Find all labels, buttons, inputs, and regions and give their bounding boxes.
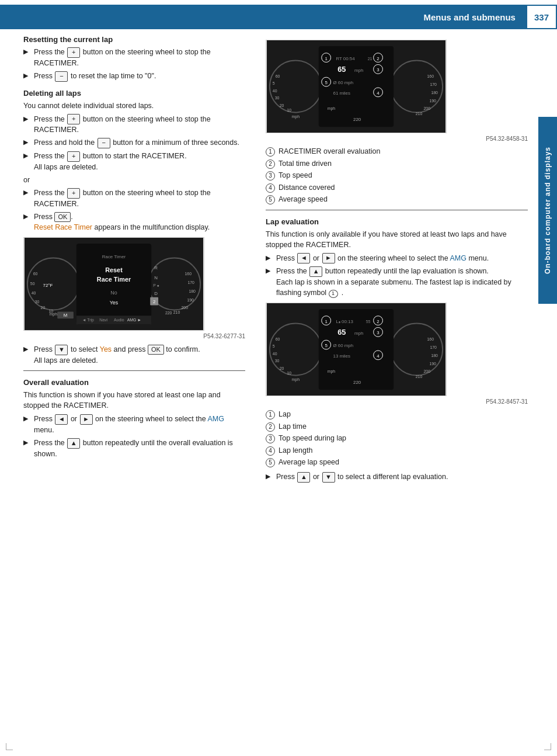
svg-text:1: 1 [325,56,327,61]
svg-text:55: 55 [366,320,371,324]
dashboard-svg-1: mph 72°F 60 50 40 30 20 10 160 170 180 1… [24,238,204,330]
svg-text:Audio: Audio [114,318,124,322]
lap-num-circle-4: 4 [266,446,275,456]
bullet-lap-last: ▶ Press ▲ or ▼ to select a different lap… [266,471,528,483]
num-text-5: Average speed [278,195,328,205]
lap-num-circle-2: 2 [266,422,275,432]
num-text-2: Total time driven [278,159,332,169]
svg-text:mph: mph [328,369,336,374]
deleting-intro: You cannot delete individual stored laps… [23,100,245,111]
svg-text:200: 200 [424,369,431,373]
yes-text: Yes [100,345,112,353]
bullet-arrow-d5: ▶ [23,212,32,221]
bullet-text-lap-2: Press the ▲ button repeatedly until the … [276,266,528,298]
dashboard-image-1: mph 72°F 60 50 40 30 20 10 160 170 180 1… [23,237,204,331]
bullet-overall-1: ▶ Press ◄ or ► on the steering wheel to … [23,414,245,435]
svg-text:4: 4 [377,91,380,96]
plus-btn-3: + [67,151,80,162]
corner-mark-br [544,743,551,750]
svg-text:65: 65 [337,328,346,337]
page-number: 337 [526,5,557,29]
svg-text:40: 40 [273,352,277,356]
svg-text:220: 220 [353,117,361,122]
svg-text:180: 180 [431,91,438,95]
overall-intro: This function is shown if you have store… [23,390,245,411]
svg-text:AMG ►: AMG ► [127,318,142,322]
svg-text:30: 30 [275,359,280,363]
num-circle-5: 5 [266,195,275,204]
svg-text:M: M [64,313,68,318]
svg-text:50: 50 [30,282,35,286]
svg-text:1: 1 [325,319,327,324]
lap-num-circle-3: 3 [266,434,275,443]
svg-text:No: No [110,290,117,296]
side-tab-label: On-board computer and displays [544,147,552,274]
divider-lap [266,210,528,210]
bullet-lap-1: ▶ Press ◄ or ► on the steering wheel to … [266,253,528,264]
svg-text:4: 4 [377,353,380,359]
symbol-1: 1 [329,290,338,298]
num-text-3: Top speed [278,171,312,181]
bullet-text-overall-1: Press ◄ or ► on the steering wheel to se… [34,414,245,435]
bullet-arrow-d2: ▶ [23,138,32,147]
svg-text:5: 5 [325,343,328,348]
svg-text:60: 60 [276,74,280,78]
lap-num-circle-5: 5 [266,458,275,467]
svg-text:72°F: 72°F [43,283,53,288]
svg-text:D: D [154,291,158,296]
svg-text:20: 20 [41,306,46,310]
svg-text:mph: mph [292,378,300,383]
bullet-text-lap-1: Press ◄ or ► on the steering wheel to se… [276,253,528,264]
num-text-1: RACETIMER overall evaluation [278,147,380,157]
bullet-text-lap-last: Press ▲ or ▼ to select a different lap e… [276,471,528,483]
img-caption-3: P54.32-8457-31 [266,398,528,405]
bullet-text-delete-3: Press the + button to start the RACETIME… [34,151,245,172]
bullet-text-delete-4: Press the + button on the steering wheel… [34,188,245,209]
bullet-lap-2: ▶ Press the ▲ button repeatedly until th… [266,266,528,298]
img-caption-2: P54.32-8458-31 [266,136,528,142]
or-text: or [23,176,245,184]
bullet-delete-3: ▶ Press the + button to start the RACETI… [23,151,245,172]
num-text-4: Distance covered [278,183,335,193]
svg-text:3: 3 [377,331,380,336]
down-btn-1: ▼ [55,345,68,355]
bullet-arrow-ll: ▶ [266,472,274,481]
svg-text:mph: mph [354,68,363,73]
svg-text:L₃  00:13: L₃ 00:13 [336,319,353,324]
lap-num-circle-1: 1 [266,410,275,419]
lap-intro: This function is only available if you h… [266,229,528,250]
svg-text:210: 210 [173,311,180,315]
svg-text:◄ Trip: ◄ Trip [82,318,94,322]
right-btn-1: ► [80,414,93,425]
svg-text:10: 10 [287,108,292,112]
bullet-text-reset-2: Press − to reset the lap time to "0". [34,71,245,82]
svg-text:65: 65 [337,65,346,74]
down-btn-2: ▼ [322,472,335,483]
bullet-arrow-l2: ▶ [266,266,274,275]
lap-num-text-5: Average lap speed [278,457,339,468]
svg-text:21: 21 [368,57,373,61]
section-overall-heading: Overall evaluation [23,378,245,387]
svg-text:60: 60 [33,272,38,276]
num-item-5: 5 Average speed [266,195,528,205]
bullet-text-delete-6: Press ▼ to select Yes and press OK to co… [34,344,245,366]
svg-text:Yes: Yes [110,300,119,306]
svg-text:mph: mph [292,115,300,119]
bullet-arrow-d3: ▶ [23,151,32,160]
left-btn-2: ◄ [297,253,310,263]
left-btn-1: ◄ [55,414,68,425]
bullet-delete-1: ▶ Press the + button on the steering whe… [23,114,245,136]
plus-btn-4: + [67,188,80,199]
svg-text:180: 180 [431,353,438,358]
svg-text:30: 30 [275,96,280,100]
bullet-overall-2: ▶ Press the ▲ button repeatedly until th… [23,438,245,459]
lap-num-item-3: 3 Top speed during lap [266,434,528,444]
svg-text:5: 5 [273,344,275,348]
corner-mark-bl [6,743,13,750]
img-caption-1: P54.32-6277-31 [23,333,245,339]
svg-text:40: 40 [273,89,277,93]
svg-text:5: 5 [325,80,328,85]
svg-text:5: 5 [273,81,275,85]
svg-text:13  miles: 13 miles [333,353,350,359]
num-item-4: 4 Distance covered [266,183,528,193]
